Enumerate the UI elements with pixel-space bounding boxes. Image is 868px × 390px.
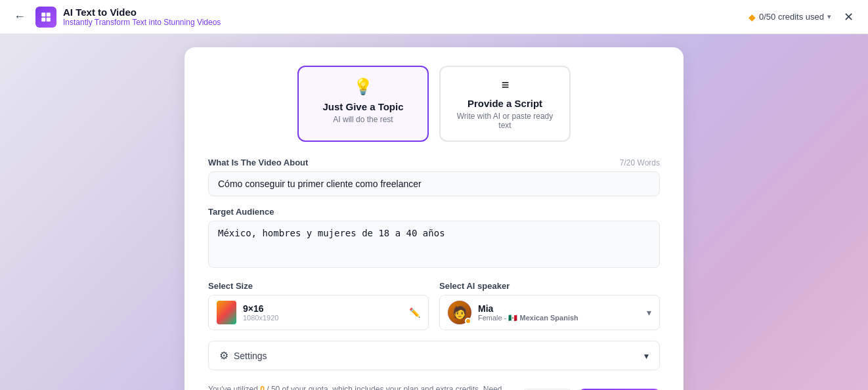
topbar-right: ◆ 0/50 credits used ▾ ✕ — [749, 8, 857, 26]
word-count: 7/20 Words — [620, 158, 660, 167]
quota-prefix: You've utilized — [208, 385, 260, 390]
quota-text: You've utilized 0 / 50 of your quota, wh… — [208, 383, 522, 390]
speaker-info: Mia Female - 🇲🇽 Mexican Spanish — [478, 303, 640, 322]
close-button[interactable]: ✕ — [839, 8, 857, 26]
speaker-name: Mia — [478, 303, 640, 314]
credits-label: 0/50 credits used — [759, 12, 824, 22]
topbar: ← AI Text to Video Instantly Transform T… — [0, 0, 868, 34]
app-title-block: AI Text to Video Instantly Transform Tex… — [63, 7, 221, 27]
credits-badge[interactable]: ◆ 0/50 credits used ▾ — [749, 12, 831, 22]
subtitle-link: Stunning Videos — [163, 18, 221, 27]
select-size-label: Select Size — [208, 281, 429, 291]
diamond-icon: ◆ — [749, 12, 756, 22]
mode-provide-script[interactable]: ≡ Provide a Script Write with AI or past… — [439, 66, 571, 142]
mode-desc-2: Write with AI or paste ready text — [456, 112, 553, 130]
size-resolution: 1080x1920 — [243, 314, 402, 322]
select-row: Select Size 9×16 1080x1920 ✏️ Select AI … — [208, 281, 660, 330]
speaker-avatar-wrapper: 🧑 — [448, 301, 471, 324]
video-about-header: What Is The Video About 7/20 Words — [208, 158, 660, 167]
edit-icon: ✏️ — [409, 307, 420, 318]
speaker-lang: Mexican Spanish — [520, 314, 578, 322]
size-selector[interactable]: 9×16 1080x1920 ✏️ — [208, 295, 429, 330]
svg-rect-2 — [41, 17, 45, 21]
main-area: 💡 Just Give a Topic AI will do the rest … — [0, 34, 868, 390]
mode-title-2: Provide a Script — [456, 98, 553, 109]
target-audience-label: Target Audience — [208, 207, 274, 217]
speaker-desc-prefix: Female - — [478, 314, 508, 322]
settings-bar[interactable]: ⚙ Settings ▾ — [208, 341, 660, 370]
target-audience-header: Target Audience — [208, 207, 660, 217]
speaker-selector[interactable]: 🧑 Mia Female - 🇲🇽 Mexican Spanish ▾ — [439, 295, 660, 330]
svg-rect-1 — [47, 12, 51, 16]
video-about-group: What Is The Video About 7/20 Words — [208, 158, 660, 196]
credits-chevron-icon: ▾ — [827, 12, 831, 21]
flag-icon: 🇲🇽 — [508, 314, 519, 322]
select-speaker-label: Select AI speaker — [439, 281, 660, 291]
video-about-input[interactable] — [208, 171, 660, 196]
mode-title-1: Just Give a Topic — [315, 101, 412, 112]
mode-desc-1: AI will do the rest — [315, 115, 412, 124]
settings-label: Settings — [234, 351, 644, 361]
mode-selector: 💡 Just Give a Topic AI will do the rest … — [208, 66, 660, 142]
target-audience-textarea[interactable] — [208, 221, 660, 268]
app-title: AI Text to Video — [63, 7, 221, 18]
lightbulb-icon: 💡 — [315, 77, 412, 96]
svg-rect-0 — [41, 12, 45, 16]
footer-area: You've utilized 0 / 50 of your quota, wh… — [208, 383, 660, 390]
select-size-group: Select Size 9×16 1080x1920 ✏️ — [208, 281, 429, 330]
back-nav-button[interactable]: ← — [11, 8, 29, 26]
video-about-label: What Is The Video About — [208, 158, 308, 167]
speaker-chevron-icon: ▾ — [647, 307, 651, 318]
app-subtitle: Instantly Transform Text into Stunning V… — [63, 18, 221, 27]
topbar-left: ← AI Text to Video Instantly Transform T… — [11, 7, 221, 28]
app-icon — [35, 7, 56, 28]
subtitle-plain: Instantly Transform Text into — [63, 18, 163, 27]
target-audience-group: Target Audience — [208, 207, 660, 271]
quota-used: 0 — [260, 385, 265, 390]
settings-icon: ⚙ — [219, 349, 228, 362]
svg-rect-3 — [47, 17, 51, 21]
size-ratio: 9×16 — [243, 303, 402, 314]
main-card: 💡 Just Give a Topic AI will do the rest … — [184, 47, 684, 390]
size-info: 9×16 1080x1920 — [243, 303, 402, 322]
mode-just-give-topic[interactable]: 💡 Just Give a Topic AI will do the rest — [297, 66, 429, 142]
speaker-desc: Female - 🇲🇽 Mexican Spanish — [478, 314, 640, 322]
lines-icon: ≡ — [456, 77, 553, 93]
settings-chevron-icon: ▾ — [644, 351, 649, 361]
select-speaker-group: Select AI speaker 🧑 Mia Female - 🇲🇽 Mexi… — [439, 281, 660, 330]
size-preview-thumbnail — [217, 301, 236, 324]
online-status-dot — [465, 318, 471, 324]
